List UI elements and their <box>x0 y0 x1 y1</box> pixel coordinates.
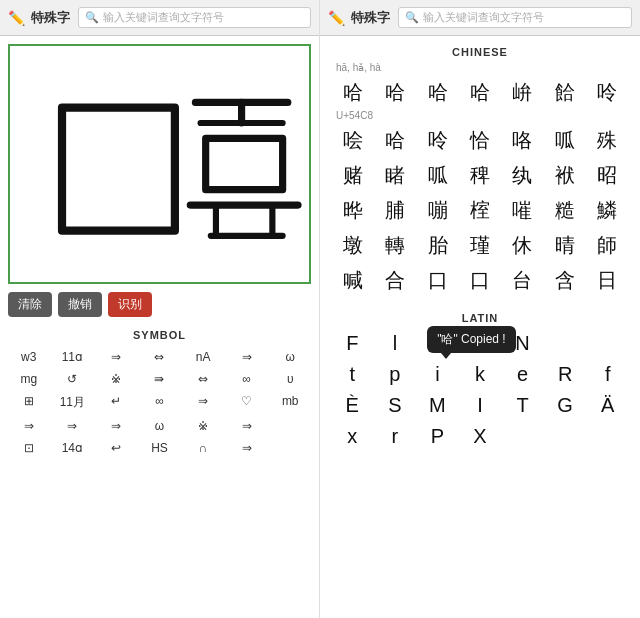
char-item[interactable]: 台 <box>502 263 543 298</box>
char-item[interactable]: 哈 <box>374 75 415 110</box>
char-item[interactable]: 咯 <box>502 123 543 158</box>
latin-char-item[interactable]: i <box>417 359 458 390</box>
symbol-item[interactable]: υ <box>269 369 311 389</box>
char-item[interactable]: 嘣 <box>417 193 458 228</box>
symbol-item[interactable]: 11月 <box>52 391 94 414</box>
char-item[interactable]: 合 <box>374 263 415 298</box>
char-item[interactable]: 昭 <box>587 158 628 193</box>
latin-char-item[interactable]: t <box>332 359 373 390</box>
latin-char-item[interactable]: l <box>375 328 416 359</box>
symbol-item[interactable]: ω <box>139 416 181 436</box>
symbol-item[interactable]: ⇔ <box>182 369 224 389</box>
symbol-item[interactable]: ⇒ <box>226 347 268 367</box>
latin-char-item[interactable]: r <box>375 421 416 452</box>
char-item[interactable]: 喊 <box>332 263 373 298</box>
symbol-item[interactable]: ⇒ <box>226 438 268 458</box>
char-item[interactable]: 轉 <box>374 228 415 263</box>
symbol-item[interactable]: w3 <box>8 347 50 367</box>
symbol-item[interactable]: ⇛ <box>139 369 181 389</box>
char-item[interactable]: 糙 <box>544 193 585 228</box>
char-item[interactable]: 袱 <box>544 158 585 193</box>
char-item[interactable]: 墩 <box>332 228 373 263</box>
char-item[interactable]: 恰 <box>459 123 500 158</box>
latin-char-item[interactable] <box>502 421 543 452</box>
latin-char-item[interactable]: Ä <box>587 390 628 421</box>
char-item[interactable]: 稗 <box>459 158 500 193</box>
latin-char-item[interactable]: P <box>417 421 458 452</box>
char-item[interactable]: 哈 <box>459 75 500 110</box>
char-item[interactable]: 師 <box>587 228 628 263</box>
symbol-item[interactable]: ⇒ <box>226 416 268 436</box>
latin-char-item[interactable]: e <box>502 359 543 390</box>
latin-char-item[interactable] <box>587 328 628 359</box>
left-search-bar[interactable]: 🔍 输入关键词查询文字符号 <box>78 7 311 28</box>
char-item[interactable]: 休 <box>502 228 543 263</box>
symbol-item[interactable]: ⇔ <box>139 347 181 367</box>
char-item[interactable]: 殊 <box>587 123 628 158</box>
char-item[interactable]: 榁 <box>459 193 500 228</box>
char-item[interactable]: 哙 <box>332 123 373 158</box>
char-item[interactable]: 脯 <box>374 193 415 228</box>
symbol-item[interactable] <box>269 438 311 458</box>
char-item[interactable]: 呤 <box>417 123 458 158</box>
edit-icon[interactable]: ✏️ <box>8 10 25 26</box>
latin-char-item[interactable]: T <box>502 390 543 421</box>
char-item[interactable]: 呤 <box>587 75 628 110</box>
latin-char-item[interactable]: "哈" Copied ! <box>417 328 458 359</box>
symbol-item[interactable]: mg <box>8 369 50 389</box>
symbol-item[interactable]: mb <box>269 391 311 414</box>
symbol-item[interactable]: ∞ <box>226 369 268 389</box>
char-item[interactable]: 日 <box>587 263 628 298</box>
symbol-item[interactable]: ⇒ <box>8 416 50 436</box>
latin-char-item[interactable] <box>587 421 628 452</box>
latin-char-item[interactable]: M <box>417 390 458 421</box>
latin-char-item[interactable] <box>545 328 586 359</box>
symbol-item[interactable]: ♡ <box>226 391 268 414</box>
latin-char-item[interactable]: G <box>545 390 586 421</box>
latin-char-item[interactable]: S <box>375 390 416 421</box>
char-item[interactable]: 胎 <box>417 228 458 263</box>
char-item[interactable]: 呱 <box>417 158 458 193</box>
char-item[interactable]: 口 <box>459 263 500 298</box>
undo-button[interactable]: 撤销 <box>58 292 102 317</box>
char-item[interactable]: 呱 <box>544 123 585 158</box>
char-item[interactable]: 峅 <box>502 75 543 110</box>
symbol-item[interactable]: ⇒ <box>182 391 224 414</box>
clear-button[interactable]: 清除 <box>8 292 52 317</box>
char-item[interactable]: 口 <box>417 263 458 298</box>
symbol-item[interactable]: ⇒ <box>95 347 137 367</box>
symbol-item[interactable]: 14ɑ <box>52 438 94 458</box>
symbol-item[interactable]: ⇒ <box>95 416 137 436</box>
symbol-item[interactable]: ⊞ <box>8 391 50 414</box>
symbol-item[interactable] <box>269 416 311 436</box>
recognize-button[interactable]: 识别 <box>108 292 152 317</box>
char-item[interactable]: 含 <box>544 263 585 298</box>
symbol-item[interactable]: ※ <box>95 369 137 389</box>
symbol-item[interactable]: nA <box>182 347 224 367</box>
right-search-bar[interactable]: 🔍 输入关键词查询文字符号 <box>398 7 632 28</box>
symbol-item[interactable]: ↩ <box>95 438 137 458</box>
symbol-item[interactable]: ∞ <box>139 391 181 414</box>
char-item[interactable]: 晴 <box>544 228 585 263</box>
latin-char-item[interactable]: p <box>375 359 416 390</box>
char-item[interactable]: 哈 <box>417 75 458 110</box>
symbol-item[interactable]: ↵ <box>95 391 137 414</box>
right-edit-icon[interactable]: ✏️ <box>328 10 345 26</box>
latin-char-item[interactable]: I <box>460 390 501 421</box>
char-item[interactable]: 纨 <box>502 158 543 193</box>
latin-char-item[interactable]: R <box>545 359 586 390</box>
char-item[interactable]: 赌 <box>332 158 373 193</box>
char-item[interactable]: 嗺 <box>502 193 543 228</box>
char-item[interactable]: 鱗 <box>587 193 628 228</box>
latin-char-item[interactable]: X <box>460 421 501 452</box>
latin-char-item[interactable]: È <box>332 390 373 421</box>
latin-char-item[interactable]: k <box>460 359 501 390</box>
char-item[interactable]: 晔 <box>332 193 373 228</box>
char-item[interactable]: 瑾 <box>459 228 500 263</box>
latin-char-item[interactable]: f <box>587 359 628 390</box>
char-item[interactable]: 睹 <box>374 158 415 193</box>
symbol-item[interactable]: ※ <box>182 416 224 436</box>
latin-char-item[interactable]: x <box>332 421 373 452</box>
latin-char-item[interactable] <box>545 421 586 452</box>
char-item[interactable]: 哈 <box>374 123 415 158</box>
